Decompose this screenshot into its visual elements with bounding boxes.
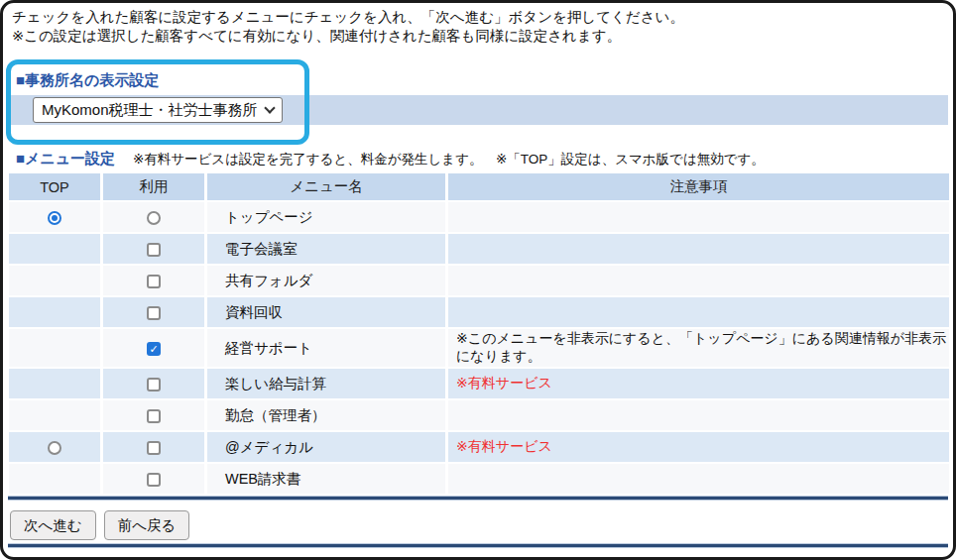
top-cell — [9, 432, 100, 462]
use-cell — [103, 369, 204, 398]
menu-name: 資料回収 — [207, 297, 445, 327]
top-cell — [9, 297, 100, 327]
note-text: ※有料サービス — [456, 438, 552, 454]
divider-line — [8, 496, 948, 501]
use-control[interactable] — [147, 211, 161, 225]
note-cell — [448, 464, 949, 494]
note-cell: ※このメニューを非表示にすると、「トップページ」にある関連情報が非表示になります… — [448, 329, 949, 367]
divider-line — [8, 543, 948, 548]
use-cell — [103, 432, 204, 462]
top-radio[interactable] — [48, 211, 61, 225]
top-cell — [9, 202, 100, 232]
menu-section-heading: ■メニュー設定 — [16, 150, 115, 167]
use-control[interactable] — [147, 441, 161, 455]
office-name-section-heading: ■事務所名の表示設定 — [16, 71, 159, 90]
menu-name: @メディカル — [207, 432, 445, 462]
table-row: 電子会議室 — [9, 234, 949, 264]
menu-name: 電子会議室 — [207, 234, 445, 264]
office-name-row: MyKomon税理士・社労士事務所 — [8, 95, 948, 125]
use-control[interactable] — [147, 306, 161, 320]
top-cell — [9, 369, 100, 398]
use-control[interactable] — [147, 378, 161, 392]
menu-name: 経営サポート — [207, 329, 445, 367]
use-control[interactable] — [147, 409, 161, 423]
menu-name: WEB請求書 — [207, 464, 445, 494]
menu-name: 勤怠（管理者） — [207, 400, 445, 430]
use-control[interactable] — [147, 243, 161, 257]
use-cell — [103, 297, 204, 327]
intro-line-1: チェックを入れた顧客に設定するメニューにチェックを入れ、「次へ進む」ボタンを押し… — [12, 8, 684, 27]
table-row: WEB請求書 — [9, 464, 949, 494]
chevron-down-icon — [264, 102, 275, 113]
column-header-top: TOP — [9, 173, 100, 200]
table-row: 共有フォルダ — [9, 266, 949, 295]
use-control[interactable] — [147, 342, 161, 356]
use-control[interactable] — [147, 275, 161, 288]
use-cell — [103, 234, 204, 264]
table-row: 勤怠（管理者） — [9, 400, 949, 430]
table-row: 経営サポート ※このメニューを非表示にすると、「トップページ」にある関連情報が非… — [9, 329, 949, 367]
back-button[interactable]: 前へ戻る — [104, 510, 190, 540]
menu-name: トップページ — [207, 202, 445, 232]
menu-section-header: ■メニュー設定 ※有料サービスは設定を完了すると、料金が発生します。 ※「TOP… — [16, 150, 765, 168]
table-header-row: TOP 利用 メニュー名 注意事項 — [9, 173, 949, 200]
top-radio[interactable] — [48, 441, 61, 455]
table-row: @メディカル ※有料サービス — [9, 432, 949, 462]
note-cell — [448, 234, 949, 264]
office-name-select[interactable]: MyKomon税理士・社労士事務所 — [33, 97, 283, 123]
column-header-use: 利用 — [103, 173, 204, 200]
note-text: ※このメニューを非表示にすると、「トップページ」にある関連情報が非表示になります… — [456, 330, 946, 364]
note-cell — [448, 266, 949, 295]
use-cell — [103, 266, 204, 295]
use-cell — [103, 202, 204, 232]
table-row: 楽しい給与計算 ※有料サービス — [9, 369, 949, 398]
top-cell — [9, 464, 100, 494]
table-row: トップページ — [9, 202, 949, 232]
settings-page: チェックを入れた顧客に設定するメニューにチェックを入れ、「次へ進む」ボタンを押し… — [0, 0, 956, 560]
menu-section-note: ※有料サービスは設定を完了すると、料金が発生します。 ※「TOP」設定は、スマホ… — [133, 152, 765, 167]
top-cell — [9, 266, 100, 295]
column-header-menu-name: メニュー名 — [207, 173, 445, 200]
top-cell — [9, 234, 100, 264]
button-row: 次へ進む 前へ戻る — [10, 510, 189, 540]
use-cell — [103, 400, 204, 430]
top-cell — [9, 400, 100, 430]
column-header-notes: 注意事項 — [448, 173, 949, 200]
intro-line-2: ※この設定は選択した顧客すべてに有効になり、関連付けされた顧客も同様に設定されま… — [12, 27, 684, 46]
note-text: ※有料サービス — [456, 375, 552, 391]
top-cell — [9, 329, 100, 367]
note-cell: ※有料サービス — [448, 369, 949, 398]
table-row: 資料回収 — [9, 297, 949, 327]
note-cell — [448, 202, 949, 232]
menu-name: 楽しい給与計算 — [207, 369, 445, 398]
use-cell — [103, 329, 204, 367]
note-cell — [448, 400, 949, 430]
use-cell — [103, 464, 204, 494]
use-control[interactable] — [147, 473, 161, 487]
office-name-select-value: MyKomon税理士・社労士事務所 — [42, 101, 258, 120]
note-cell: ※有料サービス — [448, 432, 949, 462]
menu-settings-table: TOP 利用 メニュー名 注意事項 トップページ 電子会議室 共有フォルダ 資料… — [6, 171, 952, 496]
menu-name: 共有フォルダ — [207, 266, 445, 295]
next-button[interactable]: 次へ進む — [10, 510, 96, 540]
note-cell — [448, 297, 949, 327]
intro-text: チェックを入れた顧客に設定するメニューにチェックを入れ、「次へ進む」ボタンを押し… — [12, 8, 684, 46]
